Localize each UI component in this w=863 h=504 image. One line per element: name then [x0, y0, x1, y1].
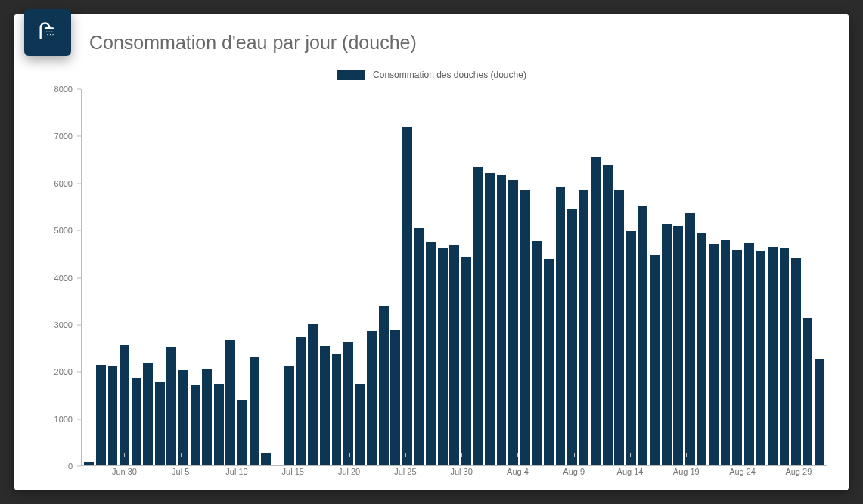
bar[interactable] [815, 359, 824, 465]
x-tick-mark [237, 453, 237, 457]
bar[interactable] [591, 157, 601, 465]
bar[interactable] [614, 190, 624, 465]
bar-slot [436, 89, 449, 465]
x-tick-mark [574, 453, 575, 457]
bar[interactable] [626, 231, 636, 465]
bar[interactable] [803, 318, 813, 465]
bar[interactable] [485, 173, 495, 465]
bar-slot [449, 89, 461, 465]
bar-slot [755, 89, 767, 465]
bar[interactable] [438, 248, 448, 465]
bar[interactable] [461, 257, 471, 465]
svg-point-4 [50, 34, 51, 35]
bar[interactable] [225, 340, 235, 465]
bar[interactable] [355, 384, 365, 465]
bar[interactable] [308, 324, 318, 465]
bar-slot [83, 89, 95, 465]
bar[interactable] [768, 247, 778, 465]
svg-point-1 [49, 31, 50, 32]
x-tick-mark [349, 453, 350, 457]
bar[interactable] [402, 127, 412, 465]
y-tick-label: 6000 [44, 179, 73, 188]
x-tick-mark [124, 453, 125, 457]
x-tick-label: Aug 4 [507, 467, 529, 476]
bar[interactable] [320, 346, 330, 465]
y-tick-label: 4000 [44, 274, 73, 283]
bar[interactable] [544, 259, 554, 465]
bar[interactable] [497, 175, 507, 465]
bar[interactable] [426, 242, 436, 465]
bar[interactable] [108, 366, 118, 465]
chart-plot-area: 010002000300040005000600070008000 Jun 30… [44, 89, 827, 466]
bar-slot [672, 89, 685, 465]
bar-slot [260, 89, 272, 465]
bar-slot [578, 89, 590, 465]
bar[interactable] [756, 251, 765, 465]
x-tick-label: Aug 29 [785, 467, 812, 476]
bar[interactable] [449, 245, 459, 465]
bar[interactable] [697, 233, 706, 465]
bar[interactable] [261, 453, 271, 465]
bar[interactable] [120, 345, 129, 465]
bar[interactable] [579, 190, 589, 465]
bar[interactable] [414, 228, 424, 465]
bar[interactable] [390, 330, 400, 465]
y-tick-label: 0 [44, 462, 73, 471]
x-tick-label: Aug 9 [563, 467, 585, 476]
bar-slot [107, 89, 119, 465]
bar[interactable] [556, 187, 566, 465]
bar[interactable] [343, 342, 353, 465]
x-tick-label: Jul 25 [394, 467, 416, 476]
y-tick-label: 2000 [44, 367, 73, 376]
bar[interactable] [155, 382, 165, 465]
bar[interactable] [638, 206, 648, 465]
bar[interactable] [96, 365, 106, 465]
bar-slot [425, 89, 437, 465]
bar[interactable] [191, 385, 200, 465]
bar[interactable] [732, 250, 742, 465]
x-axis: Jun 30Jul 5Jul 10Jul 15Jul 20Jul 25Jul 3… [119, 467, 827, 479]
bar[interactable] [284, 366, 294, 465]
bar-slot [743, 89, 755, 465]
bar[interactable] [567, 209, 577, 465]
bar-slot [484, 89, 496, 465]
legend-label: Consommation des douches (douche) [373, 70, 526, 80]
bar[interactable] [237, 400, 247, 465]
bar[interactable] [721, 240, 731, 465]
bar[interactable] [673, 226, 683, 465]
bar-slot [413, 89, 425, 465]
bar[interactable] [709, 244, 719, 465]
bar[interactable] [332, 354, 342, 465]
bar[interactable] [603, 165, 613, 465]
bar[interactable] [662, 224, 672, 465]
shower-icon [37, 20, 58, 45]
bar[interactable] [250, 357, 259, 465]
bar-slot [402, 89, 414, 465]
bar[interactable] [166, 347, 176, 465]
bar[interactable] [296, 337, 306, 465]
bar-slot [637, 89, 649, 465]
bar-slot [248, 89, 260, 465]
bar[interactable] [132, 378, 141, 465]
bar[interactable] [202, 369, 212, 465]
x-tick-label: Aug 14 [617, 467, 644, 476]
bar-slot [189, 89, 201, 465]
bar[interactable] [650, 255, 660, 465]
bar[interactable] [780, 248, 790, 465]
bar[interactable] [367, 331, 377, 465]
bar[interactable] [379, 306, 389, 465]
bar[interactable] [143, 363, 153, 465]
bar[interactable] [214, 384, 224, 465]
bar[interactable] [520, 190, 530, 465]
y-tick-label: 3000 [44, 320, 73, 329]
bar[interactable] [744, 243, 754, 465]
bar[interactable] [685, 213, 695, 465]
bar[interactable] [473, 167, 483, 465]
bar[interactable] [178, 370, 188, 465]
bar[interactable] [508, 180, 518, 465]
bar[interactable] [532, 241, 542, 465]
bar[interactable] [791, 258, 801, 465]
chart-title: Consommation d'eau par jour (douche) [89, 32, 417, 54]
x-tick-mark [630, 453, 631, 457]
bar[interactable] [84, 462, 94, 465]
